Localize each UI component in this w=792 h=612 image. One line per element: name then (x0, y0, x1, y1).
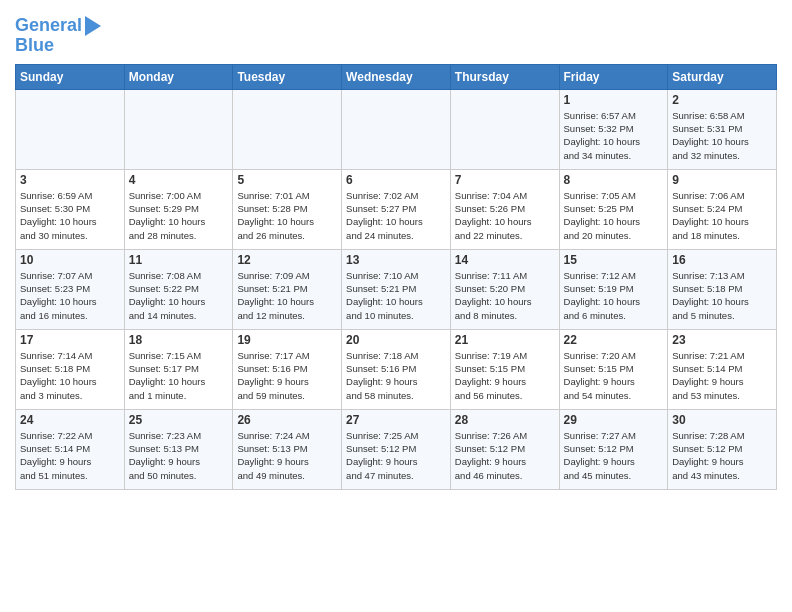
calendar-cell: 21Sunrise: 7:19 AM Sunset: 5:15 PM Dayli… (450, 329, 559, 409)
calendar-cell (342, 89, 451, 169)
day-info: Sunrise: 7:02 AM Sunset: 5:27 PM Dayligh… (346, 189, 446, 242)
day-number: 4 (129, 173, 229, 187)
col-header-wednesday: Wednesday (342, 64, 451, 89)
col-header-sunday: Sunday (16, 64, 125, 89)
calendar-cell: 1Sunrise: 6:57 AM Sunset: 5:32 PM Daylig… (559, 89, 668, 169)
day-info: Sunrise: 7:10 AM Sunset: 5:21 PM Dayligh… (346, 269, 446, 322)
day-number: 23 (672, 333, 772, 347)
col-header-monday: Monday (124, 64, 233, 89)
day-info: Sunrise: 7:18 AM Sunset: 5:16 PM Dayligh… (346, 349, 446, 402)
day-number: 18 (129, 333, 229, 347)
day-number: 30 (672, 413, 772, 427)
day-info: Sunrise: 7:26 AM Sunset: 5:12 PM Dayligh… (455, 429, 555, 482)
day-number: 1 (564, 93, 664, 107)
col-header-thursday: Thursday (450, 64, 559, 89)
day-info: Sunrise: 7:23 AM Sunset: 5:13 PM Dayligh… (129, 429, 229, 482)
day-info: Sunrise: 7:07 AM Sunset: 5:23 PM Dayligh… (20, 269, 120, 322)
day-info: Sunrise: 7:24 AM Sunset: 5:13 PM Dayligh… (237, 429, 337, 482)
calendar-cell (16, 89, 125, 169)
day-info: Sunrise: 7:12 AM Sunset: 5:19 PM Dayligh… (564, 269, 664, 322)
logo: General Blue (15, 16, 101, 56)
day-number: 21 (455, 333, 555, 347)
day-number: 27 (346, 413, 446, 427)
day-info: Sunrise: 7:28 AM Sunset: 5:12 PM Dayligh… (672, 429, 772, 482)
calendar-cell: 5Sunrise: 7:01 AM Sunset: 5:28 PM Daylig… (233, 169, 342, 249)
calendar-cell: 26Sunrise: 7:24 AM Sunset: 5:13 PM Dayli… (233, 409, 342, 489)
logo-text-line2: Blue (15, 36, 54, 56)
calendar-cell: 29Sunrise: 7:27 AM Sunset: 5:12 PM Dayli… (559, 409, 668, 489)
day-info: Sunrise: 7:05 AM Sunset: 5:25 PM Dayligh… (564, 189, 664, 242)
day-number: 20 (346, 333, 446, 347)
calendar-cell: 25Sunrise: 7:23 AM Sunset: 5:13 PM Dayli… (124, 409, 233, 489)
calendar-cell: 13Sunrise: 7:10 AM Sunset: 5:21 PM Dayli… (342, 249, 451, 329)
day-info: Sunrise: 7:04 AM Sunset: 5:26 PM Dayligh… (455, 189, 555, 242)
calendar-cell: 24Sunrise: 7:22 AM Sunset: 5:14 PM Dayli… (16, 409, 125, 489)
calendar-cell: 20Sunrise: 7:18 AM Sunset: 5:16 PM Dayli… (342, 329, 451, 409)
calendar-cell: 2Sunrise: 6:58 AM Sunset: 5:31 PM Daylig… (668, 89, 777, 169)
calendar-cell: 7Sunrise: 7:04 AM Sunset: 5:26 PM Daylig… (450, 169, 559, 249)
day-info: Sunrise: 7:15 AM Sunset: 5:17 PM Dayligh… (129, 349, 229, 402)
logo-text-line1: General (15, 16, 82, 36)
day-info: Sunrise: 7:27 AM Sunset: 5:12 PM Dayligh… (564, 429, 664, 482)
day-info: Sunrise: 7:01 AM Sunset: 5:28 PM Dayligh… (237, 189, 337, 242)
day-number: 19 (237, 333, 337, 347)
day-number: 28 (455, 413, 555, 427)
day-number: 22 (564, 333, 664, 347)
day-number: 13 (346, 253, 446, 267)
day-number: 6 (346, 173, 446, 187)
day-info: Sunrise: 7:22 AM Sunset: 5:14 PM Dayligh… (20, 429, 120, 482)
day-info: Sunrise: 6:58 AM Sunset: 5:31 PM Dayligh… (672, 109, 772, 162)
calendar-cell: 16Sunrise: 7:13 AM Sunset: 5:18 PM Dayli… (668, 249, 777, 329)
day-info: Sunrise: 6:59 AM Sunset: 5:30 PM Dayligh… (20, 189, 120, 242)
day-number: 10 (20, 253, 120, 267)
col-header-tuesday: Tuesday (233, 64, 342, 89)
day-number: 25 (129, 413, 229, 427)
calendar-cell: 9Sunrise: 7:06 AM Sunset: 5:24 PM Daylig… (668, 169, 777, 249)
day-info: Sunrise: 7:20 AM Sunset: 5:15 PM Dayligh… (564, 349, 664, 402)
day-number: 17 (20, 333, 120, 347)
day-info: Sunrise: 7:08 AM Sunset: 5:22 PM Dayligh… (129, 269, 229, 322)
calendar-cell: 28Sunrise: 7:26 AM Sunset: 5:12 PM Dayli… (450, 409, 559, 489)
header: General Blue (15, 10, 777, 56)
calendar-cell: 8Sunrise: 7:05 AM Sunset: 5:25 PM Daylig… (559, 169, 668, 249)
day-info: Sunrise: 7:09 AM Sunset: 5:21 PM Dayligh… (237, 269, 337, 322)
calendar-cell: 17Sunrise: 7:14 AM Sunset: 5:18 PM Dayli… (16, 329, 125, 409)
day-number: 7 (455, 173, 555, 187)
day-info: Sunrise: 7:21 AM Sunset: 5:14 PM Dayligh… (672, 349, 772, 402)
calendar-cell: 4Sunrise: 7:00 AM Sunset: 5:29 PM Daylig… (124, 169, 233, 249)
day-number: 15 (564, 253, 664, 267)
calendar-cell (233, 89, 342, 169)
day-info: Sunrise: 7:00 AM Sunset: 5:29 PM Dayligh… (129, 189, 229, 242)
calendar-cell: 15Sunrise: 7:12 AM Sunset: 5:19 PM Dayli… (559, 249, 668, 329)
col-header-friday: Friday (559, 64, 668, 89)
calendar-cell: 10Sunrise: 7:07 AM Sunset: 5:23 PM Dayli… (16, 249, 125, 329)
day-number: 2 (672, 93, 772, 107)
day-number: 14 (455, 253, 555, 267)
calendar-cell: 30Sunrise: 7:28 AM Sunset: 5:12 PM Dayli… (668, 409, 777, 489)
day-info: Sunrise: 7:14 AM Sunset: 5:18 PM Dayligh… (20, 349, 120, 402)
calendar-cell: 11Sunrise: 7:08 AM Sunset: 5:22 PM Dayli… (124, 249, 233, 329)
day-info: Sunrise: 7:13 AM Sunset: 5:18 PM Dayligh… (672, 269, 772, 322)
day-number: 5 (237, 173, 337, 187)
day-info: Sunrise: 7:19 AM Sunset: 5:15 PM Dayligh… (455, 349, 555, 402)
day-number: 3 (20, 173, 120, 187)
col-header-saturday: Saturday (668, 64, 777, 89)
calendar-cell (124, 89, 233, 169)
calendar-cell (450, 89, 559, 169)
day-number: 26 (237, 413, 337, 427)
day-number: 24 (20, 413, 120, 427)
day-info: Sunrise: 7:11 AM Sunset: 5:20 PM Dayligh… (455, 269, 555, 322)
calendar-cell: 3Sunrise: 6:59 AM Sunset: 5:30 PM Daylig… (16, 169, 125, 249)
calendar-table: SundayMondayTuesdayWednesdayThursdayFrid… (15, 64, 777, 490)
day-number: 12 (237, 253, 337, 267)
day-info: Sunrise: 7:06 AM Sunset: 5:24 PM Dayligh… (672, 189, 772, 242)
day-info: Sunrise: 7:17 AM Sunset: 5:16 PM Dayligh… (237, 349, 337, 402)
day-number: 29 (564, 413, 664, 427)
day-number: 11 (129, 253, 229, 267)
day-number: 16 (672, 253, 772, 267)
day-number: 9 (672, 173, 772, 187)
calendar-cell: 27Sunrise: 7:25 AM Sunset: 5:12 PM Dayli… (342, 409, 451, 489)
calendar-cell: 18Sunrise: 7:15 AM Sunset: 5:17 PM Dayli… (124, 329, 233, 409)
day-info: Sunrise: 7:25 AM Sunset: 5:12 PM Dayligh… (346, 429, 446, 482)
day-number: 8 (564, 173, 664, 187)
